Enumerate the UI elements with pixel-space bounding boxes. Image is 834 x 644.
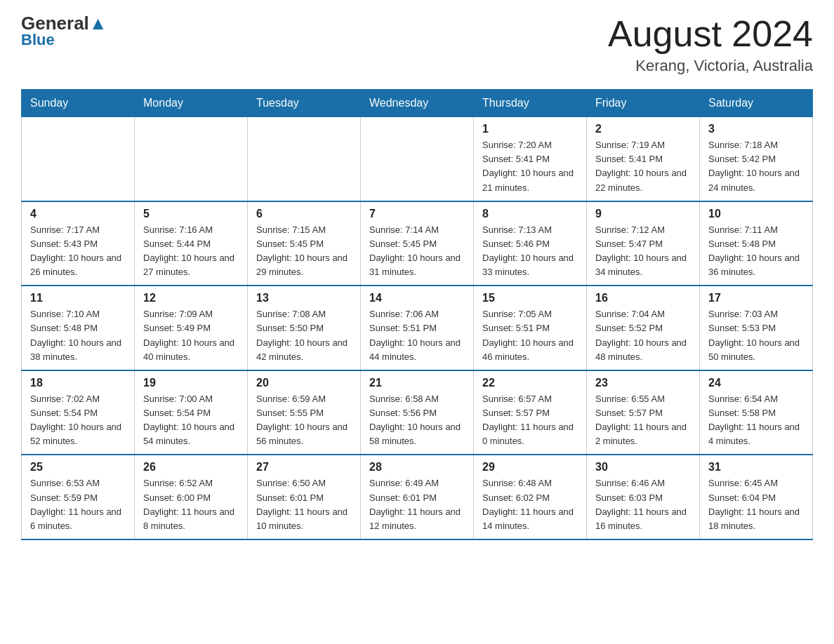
table-row: 29Sunrise: 6:48 AM Sunset: 6:02 PM Dayli…	[474, 455, 587, 539]
day-number: 15	[482, 292, 578, 304]
day-number: 3	[708, 123, 804, 135]
table-row: 17Sunrise: 7:03 AM Sunset: 5:53 PM Dayli…	[700, 286, 813, 370]
day-info: Sunrise: 6:50 AM Sunset: 6:01 PM Dayligh…	[256, 476, 352, 533]
table-row: 18Sunrise: 7:02 AM Sunset: 5:54 PM Dayli…	[22, 370, 135, 455]
day-number: 12	[143, 292, 239, 304]
table-row: 30Sunrise: 6:46 AM Sunset: 6:03 PM Dayli…	[587, 455, 700, 539]
page-header: General▲ Blue August 2024 Kerang, Victor…	[21, 14, 813, 75]
day-info: Sunrise: 7:00 AM Sunset: 5:54 PM Dayligh…	[143, 392, 239, 449]
logo-general-text: General▲	[21, 14, 107, 32]
day-number: 25	[30, 461, 126, 474]
day-number: 1	[482, 123, 578, 135]
calendar-header-row: Sunday Monday Tuesday Wednesday Thursday…	[22, 90, 813, 117]
col-saturday: Saturday	[700, 90, 813, 117]
day-info: Sunrise: 6:58 AM Sunset: 5:56 PM Dayligh…	[369, 392, 465, 449]
day-info: Sunrise: 7:16 AM Sunset: 5:44 PM Dayligh…	[143, 223, 239, 280]
day-number: 5	[143, 208, 239, 220]
day-info: Sunrise: 7:04 AM Sunset: 5:52 PM Dayligh…	[595, 307, 691, 364]
title-area: August 2024 Kerang, Victoria, Australia	[608, 14, 813, 75]
table-row: 11Sunrise: 7:10 AM Sunset: 5:48 PM Dayli…	[22, 286, 135, 370]
table-row: 16Sunrise: 7:04 AM Sunset: 5:52 PM Dayli…	[587, 286, 700, 370]
day-number: 11	[30, 292, 126, 304]
day-number: 18	[30, 377, 126, 389]
col-sunday: Sunday	[22, 90, 135, 117]
month-title: August 2024	[608, 14, 813, 54]
day-number: 23	[595, 377, 691, 389]
day-number: 17	[708, 292, 804, 304]
day-info: Sunrise: 7:18 AM Sunset: 5:42 PM Dayligh…	[708, 138, 804, 195]
day-info: Sunrise: 6:54 AM Sunset: 5:58 PM Dayligh…	[708, 392, 804, 449]
day-info: Sunrise: 6:48 AM Sunset: 6:02 PM Dayligh…	[482, 476, 578, 533]
day-number: 14	[369, 292, 465, 304]
day-number: 31	[708, 461, 804, 474]
table-row: 25Sunrise: 6:53 AM Sunset: 5:59 PM Dayli…	[22, 455, 135, 539]
day-number: 4	[30, 208, 126, 220]
day-number: 13	[256, 292, 352, 304]
col-friday: Friday	[587, 90, 700, 117]
day-info: Sunrise: 6:57 AM Sunset: 5:57 PM Dayligh…	[482, 392, 578, 449]
day-number: 29	[482, 461, 578, 474]
table-row: 9Sunrise: 7:12 AM Sunset: 5:47 PM Daylig…	[587, 201, 700, 286]
table-row: 3Sunrise: 7:18 AM Sunset: 5:42 PM Daylig…	[700, 117, 813, 201]
day-number: 6	[256, 208, 352, 220]
col-monday: Monday	[135, 90, 248, 117]
location-label: Kerang, Victoria, Australia	[608, 57, 813, 75]
day-info: Sunrise: 7:09 AM Sunset: 5:49 PM Dayligh…	[143, 307, 239, 364]
day-number: 16	[595, 292, 691, 304]
table-row: 27Sunrise: 6:50 AM Sunset: 6:01 PM Dayli…	[248, 455, 361, 539]
table-row	[361, 117, 474, 201]
table-row: 26Sunrise: 6:52 AM Sunset: 6:00 PM Dayli…	[135, 455, 248, 539]
table-row: 23Sunrise: 6:55 AM Sunset: 5:57 PM Dayli…	[587, 370, 700, 455]
calendar-week-row: 4Sunrise: 7:17 AM Sunset: 5:43 PM Daylig…	[22, 201, 813, 286]
table-row: 13Sunrise: 7:08 AM Sunset: 5:50 PM Dayli…	[248, 286, 361, 370]
day-info: Sunrise: 6:53 AM Sunset: 5:59 PM Dayligh…	[30, 476, 126, 533]
logo: General▲ Blue	[21, 14, 107, 49]
calendar-week-row: 18Sunrise: 7:02 AM Sunset: 5:54 PM Dayli…	[22, 370, 813, 455]
day-info: Sunrise: 7:02 AM Sunset: 5:54 PM Dayligh…	[30, 392, 126, 449]
day-number: 30	[595, 461, 691, 474]
day-info: Sunrise: 7:13 AM Sunset: 5:46 PM Dayligh…	[482, 223, 578, 280]
calendar-week-row: 11Sunrise: 7:10 AM Sunset: 5:48 PM Dayli…	[22, 286, 813, 370]
day-info: Sunrise: 7:17 AM Sunset: 5:43 PM Dayligh…	[30, 223, 126, 280]
day-number: 28	[369, 461, 465, 474]
calendar-week-row: 1Sunrise: 7:20 AM Sunset: 5:41 PM Daylig…	[22, 117, 813, 201]
day-info: Sunrise: 6:49 AM Sunset: 6:01 PM Dayligh…	[369, 476, 465, 533]
day-number: 22	[482, 377, 578, 389]
table-row: 7Sunrise: 7:14 AM Sunset: 5:45 PM Daylig…	[361, 201, 474, 286]
day-info: Sunrise: 7:20 AM Sunset: 5:41 PM Dayligh…	[482, 138, 578, 195]
day-info: Sunrise: 7:15 AM Sunset: 5:45 PM Dayligh…	[256, 223, 352, 280]
day-number: 21	[369, 377, 465, 389]
day-number: 19	[143, 377, 239, 389]
logo-blue-text: Blue	[21, 31, 55, 49]
day-info: Sunrise: 7:11 AM Sunset: 5:48 PM Dayligh…	[708, 223, 804, 280]
table-row	[22, 117, 135, 201]
table-row: 1Sunrise: 7:20 AM Sunset: 5:41 PM Daylig…	[474, 117, 587, 201]
day-number: 10	[708, 208, 804, 220]
day-info: Sunrise: 7:03 AM Sunset: 5:53 PM Dayligh…	[708, 307, 804, 364]
table-row: 24Sunrise: 6:54 AM Sunset: 5:58 PM Dayli…	[700, 370, 813, 455]
day-number: 8	[482, 208, 578, 220]
day-info: Sunrise: 7:10 AM Sunset: 5:48 PM Dayligh…	[30, 307, 126, 364]
table-row: 14Sunrise: 7:06 AM Sunset: 5:51 PM Dayli…	[361, 286, 474, 370]
day-info: Sunrise: 6:59 AM Sunset: 5:55 PM Dayligh…	[256, 392, 352, 449]
day-info: Sunrise: 7:14 AM Sunset: 5:45 PM Dayligh…	[369, 223, 465, 280]
day-info: Sunrise: 6:55 AM Sunset: 5:57 PM Dayligh…	[595, 392, 691, 449]
day-number: 26	[143, 461, 239, 474]
table-row	[135, 117, 248, 201]
col-tuesday: Tuesday	[248, 90, 361, 117]
table-row: 6Sunrise: 7:15 AM Sunset: 5:45 PM Daylig…	[248, 201, 361, 286]
table-row	[248, 117, 361, 201]
table-row: 19Sunrise: 7:00 AM Sunset: 5:54 PM Dayli…	[135, 370, 248, 455]
day-number: 7	[369, 208, 465, 220]
calendar-week-row: 25Sunrise: 6:53 AM Sunset: 5:59 PM Dayli…	[22, 455, 813, 539]
day-info: Sunrise: 7:05 AM Sunset: 5:51 PM Dayligh…	[482, 307, 578, 364]
table-row: 4Sunrise: 7:17 AM Sunset: 5:43 PM Daylig…	[22, 201, 135, 286]
logo-triangle-icon: ▲	[89, 13, 107, 34]
table-row: 20Sunrise: 6:59 AM Sunset: 5:55 PM Dayli…	[248, 370, 361, 455]
day-info: Sunrise: 7:08 AM Sunset: 5:50 PM Dayligh…	[256, 307, 352, 364]
day-number: 24	[708, 377, 804, 389]
table-row: 15Sunrise: 7:05 AM Sunset: 5:51 PM Dayli…	[474, 286, 587, 370]
day-info: Sunrise: 6:46 AM Sunset: 6:03 PM Dayligh…	[595, 476, 691, 533]
table-row: 22Sunrise: 6:57 AM Sunset: 5:57 PM Dayli…	[474, 370, 587, 455]
table-row: 5Sunrise: 7:16 AM Sunset: 5:44 PM Daylig…	[135, 201, 248, 286]
